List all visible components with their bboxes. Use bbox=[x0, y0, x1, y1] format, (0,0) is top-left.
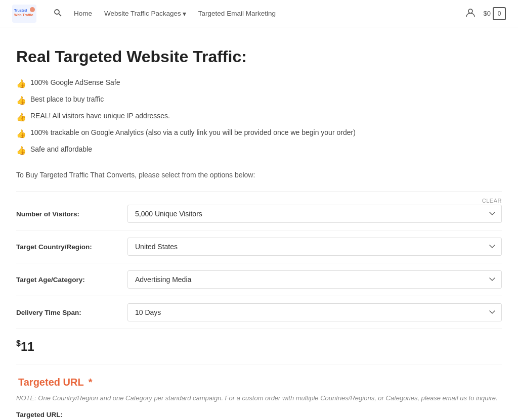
price-symbol: $ bbox=[16, 339, 21, 348]
feature-item: 👍100% Google AdSense Safe bbox=[16, 77, 502, 90]
thumbs-up-icon: 👍 bbox=[16, 95, 26, 107]
option-row: Target Age/Category:Advertising MediaArt… bbox=[16, 263, 502, 296]
nav-email-marketing[interactable]: Targeted Email Marketing bbox=[193, 7, 281, 20]
thumbs-up-icon: 👍 bbox=[16, 145, 26, 157]
page-title: Real Targeted Website Traffic: bbox=[16, 48, 502, 66]
option-row: Target Country/Region:United StatesUnite… bbox=[16, 230, 502, 263]
option-label: Number of Visitors: bbox=[16, 210, 127, 218]
price-section: $11 bbox=[16, 329, 502, 364]
user-icon[interactable] bbox=[465, 8, 478, 20]
option-select-0[interactable]: 1,000 Unique Visitors2,500 Unique Visito… bbox=[127, 205, 502, 223]
nav-links: Home Website Traffic Packages ▾ Targeted… bbox=[49, 6, 465, 21]
svg-text:Web Traffic: Web Traffic bbox=[14, 13, 33, 17]
cart-price: $0 bbox=[484, 10, 491, 17]
thumbs-up-icon: 👍 bbox=[16, 128, 26, 140]
svg-point-4 bbox=[55, 10, 59, 14]
select-instruction: To Buy Targeted Traffic That Converts, p… bbox=[16, 171, 502, 179]
navbar-right: $0 0 bbox=[465, 7, 506, 20]
thumbs-up-icon: 👍 bbox=[16, 78, 26, 90]
svg-text:Trusted: Trusted bbox=[14, 9, 27, 12]
svg-point-6 bbox=[468, 9, 472, 13]
url-label: Targeted URL: bbox=[16, 411, 502, 418]
clear-button[interactable]: CLEAR bbox=[482, 198, 502, 204]
option-select-3[interactable]: 5 Days10 Days15 Days30 Days bbox=[127, 303, 502, 321]
url-section-title: Targeted URL * bbox=[16, 377, 502, 388]
search-icon[interactable] bbox=[49, 6, 67, 21]
url-section: Targeted URL * NOTE: One Country/Region … bbox=[16, 364, 502, 420]
options-section: CLEAR Number of Visitors:1,000 Unique Vi… bbox=[16, 191, 502, 329]
logo[interactable]: Trusted Web Traffic bbox=[12, 5, 36, 23]
feature-list: 👍100% Google AdSense Safe👍Best place to … bbox=[16, 77, 502, 157]
chevron-down-icon: ▾ bbox=[183, 10, 186, 18]
option-label: Target Age/Category: bbox=[16, 276, 127, 284]
feature-item: 👍Best place to buy traffic bbox=[16, 94, 502, 107]
svg-line-5 bbox=[59, 14, 62, 17]
feature-item: 👍100% trackable on Google Analytics (als… bbox=[16, 127, 502, 140]
option-row: Number of Visitors:1,000 Unique Visitors… bbox=[16, 198, 502, 230]
nav-traffic-packages[interactable]: Website Traffic Packages ▾ bbox=[99, 7, 191, 21]
option-label: Delivery Time Span: bbox=[16, 309, 127, 316]
url-note: NOTE: One Country/Region and one Categor… bbox=[16, 393, 502, 404]
feature-item: 👍Safe and affordable bbox=[16, 144, 502, 157]
navbar: Trusted Web Traffic Home Website Traffic… bbox=[0, 0, 518, 27]
option-label: Target Country/Region: bbox=[16, 243, 127, 251]
main-content: Real Targeted Website Traffic: 👍100% Goo… bbox=[6, 27, 512, 420]
nav-home[interactable]: Home bbox=[69, 7, 97, 20]
cart-area[interactable]: $0 0 bbox=[484, 7, 506, 20]
cart-badge[interactable]: 0 bbox=[493, 7, 506, 20]
option-select-1[interactable]: United StatesUnited KingdomCanadaAustral… bbox=[127, 238, 502, 256]
feature-item: 👍REAL! All visitors have unique IP addre… bbox=[16, 111, 502, 123]
required-marker: * bbox=[89, 377, 93, 388]
option-select-2[interactable]: Advertising MediaArts & EntertainmentBus… bbox=[127, 270, 502, 289]
price-display: $11 bbox=[16, 340, 34, 353]
price-value: 11 bbox=[21, 340, 34, 353]
svg-point-3 bbox=[30, 7, 35, 12]
option-row: Delivery Time Span:5 Days10 Days15 Days3… bbox=[16, 296, 502, 329]
thumbs-up-icon: 👍 bbox=[16, 111, 26, 123]
